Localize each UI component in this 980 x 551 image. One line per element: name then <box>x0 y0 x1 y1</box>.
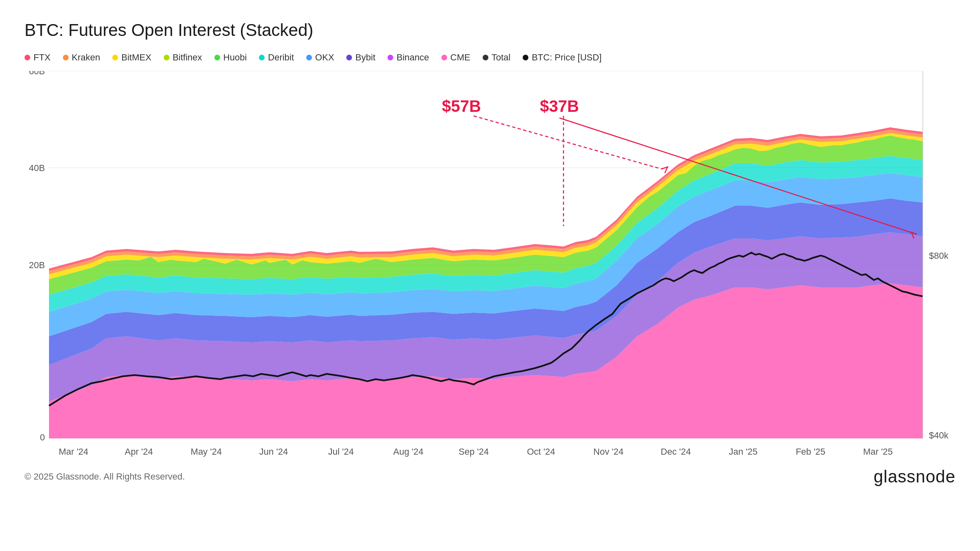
svg-text:Jun '24: Jun '24 <box>259 447 288 457</box>
glassnode-logo: glassnode <box>874 467 956 487</box>
svg-text:Dec '24: Dec '24 <box>661 447 691 457</box>
legend: FTXKrakenBitMEXBitfinexHuobiDeribitOKXBy… <box>24 52 956 63</box>
legend-dot <box>441 55 447 60</box>
legend-label: FTX <box>33 52 51 63</box>
legend-item-btcpriceusd: BTC: Price [USD] <box>523 52 601 63</box>
legend-item-kraken: Kraken <box>63 52 100 63</box>
legend-item-huobi: Huobi <box>214 52 247 63</box>
svg-text:Sep '24: Sep '24 <box>459 447 489 457</box>
legend-item-okx: OKX <box>306 52 334 63</box>
legend-dot <box>523 55 528 60</box>
svg-text:$40k: $40k <box>929 430 949 440</box>
svg-text:Apr '24: Apr '24 <box>125 447 153 457</box>
svg-text:20B: 20B <box>29 260 45 270</box>
legend-label: Binance <box>396 52 429 63</box>
legend-dot <box>346 55 352 60</box>
legend-item-binance: Binance <box>388 52 429 63</box>
legend-label: Total <box>492 52 510 63</box>
legend-dot <box>214 55 220 60</box>
copyright-text: © 2025 Glassnode. All Rights Reserved. <box>24 471 185 482</box>
legend-label: Deribit <box>268 52 294 63</box>
page-title: BTC: Futures Open Interest (Stacked) <box>24 20 956 40</box>
legend-dot <box>112 55 118 60</box>
legend-label: BitMEX <box>121 52 151 63</box>
svg-text:Aug '24: Aug '24 <box>393 447 423 457</box>
legend-label: Huobi <box>223 52 247 63</box>
svg-text:Nov '24: Nov '24 <box>593 447 624 457</box>
legend-item-ftx: FTX <box>24 52 51 63</box>
svg-text:40B: 40B <box>29 163 45 173</box>
legend-label: CME <box>450 52 470 63</box>
svg-text:Jan '25: Jan '25 <box>729 447 757 457</box>
svg-text:60B: 60B <box>29 71 45 76</box>
svg-text:Oct '24: Oct '24 <box>527 447 555 457</box>
chart-svg: 60B 40B 20B 0 $80k $40k Mar '24 Apr '24 … <box>24 71 956 459</box>
legend-item-bybit: Bybit <box>346 52 375 63</box>
legend-dot <box>306 55 312 60</box>
legend-item-bitfinex: Bitfinex <box>164 52 202 63</box>
legend-item-cme: CME <box>441 52 470 63</box>
svg-text:$80k: $80k <box>929 251 949 261</box>
legend-dot <box>483 55 488 60</box>
legend-dot <box>24 55 30 60</box>
svg-text:Feb '25: Feb '25 <box>796 447 826 457</box>
svg-text:$37B: $37B <box>540 97 579 115</box>
legend-label: Kraken <box>72 52 100 63</box>
svg-text:0: 0 <box>40 432 45 442</box>
legend-dot <box>63 55 69 60</box>
legend-item-deribit: Deribit <box>259 52 294 63</box>
legend-label: BTC: Price [USD] <box>532 52 601 63</box>
svg-text:May '24: May '24 <box>191 447 222 457</box>
chart-area: 60B 40B 20B 0 $80k $40k Mar '24 Apr '24 … <box>24 71 956 459</box>
svg-text:Mar '24: Mar '24 <box>59 447 89 457</box>
legend-label: Bybit <box>355 52 375 63</box>
page-container: BTC: Futures Open Interest (Stacked) FTX… <box>0 0 980 551</box>
svg-text:Mar '25: Mar '25 <box>863 447 893 457</box>
legend-item-bitmex: BitMEX <box>112 52 151 63</box>
legend-item-total: Total <box>483 52 510 63</box>
legend-dot <box>259 55 265 60</box>
footer: © 2025 Glassnode. All Rights Reserved. g… <box>24 467 956 487</box>
svg-text:Jul '24: Jul '24 <box>328 447 354 457</box>
svg-text:$57B: $57B <box>442 97 481 115</box>
legend-dot <box>388 55 393 60</box>
legend-label: OKX <box>315 52 334 63</box>
legend-dot <box>164 55 169 60</box>
legend-label: Bitfinex <box>173 52 202 63</box>
